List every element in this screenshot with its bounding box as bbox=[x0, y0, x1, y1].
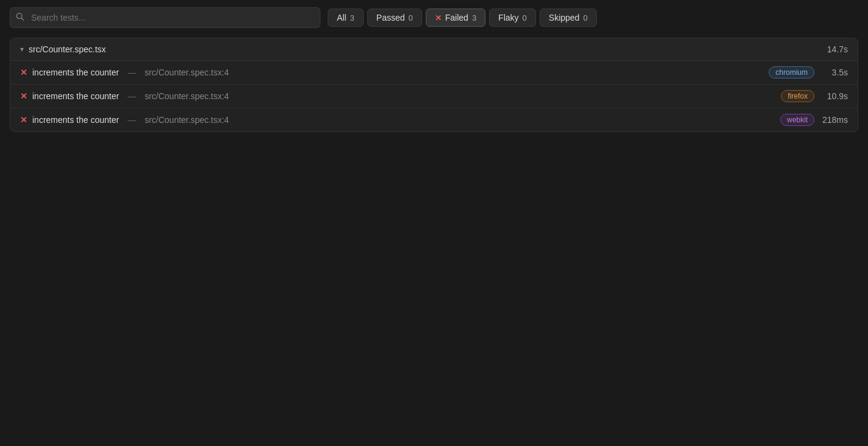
test-row-right: chromium 3.5s bbox=[769, 66, 848, 78]
test-row-left: ✕ increments the counter — src/Counter.s… bbox=[20, 91, 229, 101]
test-row-right: webkit 218ms bbox=[780, 114, 848, 126]
test-time: 3.5s bbox=[820, 68, 848, 77]
file-header[interactable]: ▾ src/Counter.spec.tsx 14.7s bbox=[10, 38, 858, 61]
search-icon bbox=[16, 13, 24, 23]
test-row-left: ✕ increments the counter — src/Counter.s… bbox=[20, 68, 229, 77]
filter-tab-failed[interactable]: ✕ Failed 3 bbox=[426, 9, 485, 27]
filter-tab-failed-x-icon: ✕ bbox=[435, 13, 442, 23]
table-row[interactable]: ✕ increments the counter — src/Counter.s… bbox=[10, 108, 858, 131]
test-time: 10.9s bbox=[820, 91, 848, 101]
main-container: All 3 Passed 0 ✕ Failed 3 Flaky 0 Skippe… bbox=[0, 0, 868, 139]
fail-icon: ✕ bbox=[20, 91, 27, 101]
test-row-left: ✕ increments the counter — src/Counter.s… bbox=[20, 115, 229, 125]
filter-tab-skipped[interactable]: Skipped 0 bbox=[540, 9, 597, 27]
filter-tab-flaky-label: Flaky bbox=[498, 13, 518, 23]
filter-tab-failed-label: Failed bbox=[445, 13, 468, 23]
filter-tab-passed-label: Passed bbox=[376, 13, 405, 23]
table-row[interactable]: ✕ increments the counter — src/Counter.s… bbox=[10, 61, 858, 85]
browser-badge-firefox: firefox bbox=[781, 90, 814, 102]
svg-line-1 bbox=[21, 18, 24, 21]
table-row[interactable]: ✕ increments the counter — src/Counter.s… bbox=[10, 85, 858, 108]
filter-tab-failed-count: 3 bbox=[472, 13, 476, 23]
test-name: increments the counter bbox=[32, 91, 119, 101]
test-time: 218ms bbox=[820, 115, 848, 125]
filter-tab-flaky-count: 0 bbox=[523, 13, 527, 23]
test-name: increments the counter bbox=[32, 115, 119, 125]
search-input[interactable] bbox=[10, 7, 320, 28]
file-name: src/Counter.spec.tsx bbox=[29, 44, 106, 54]
test-name: increments the counter bbox=[32, 68, 119, 77]
test-separator: — bbox=[127, 91, 136, 101]
test-separator: — bbox=[127, 68, 136, 77]
filter-tab-all[interactable]: All 3 bbox=[328, 9, 364, 27]
test-file: src/Counter.spec.tsx:4 bbox=[144, 68, 229, 77]
filter-tab-all-label: All bbox=[337, 13, 347, 23]
fail-icon: ✕ bbox=[20, 115, 27, 125]
fail-icon: ✕ bbox=[20, 68, 27, 77]
filter-tab-passed[interactable]: Passed 0 bbox=[367, 9, 422, 27]
test-file: src/Counter.spec.tsx:4 bbox=[144, 91, 229, 101]
file-section: ▾ src/Counter.spec.tsx 14.7s ✕ increment… bbox=[10, 38, 858, 132]
filter-tab-skipped-label: Skipped bbox=[549, 13, 580, 23]
test-separator: — bbox=[127, 115, 136, 125]
browser-badge-chromium: chromium bbox=[769, 66, 814, 78]
chevron-down-icon: ▾ bbox=[20, 45, 24, 54]
browser-badge-webkit: webkit bbox=[780, 114, 814, 126]
file-header-left: ▾ src/Counter.spec.tsx bbox=[20, 44, 106, 54]
test-row-right: firefox 10.9s bbox=[781, 90, 848, 102]
filter-tab-passed-count: 0 bbox=[409, 13, 413, 23]
filter-tab-flaky[interactable]: Flaky 0 bbox=[489, 9, 536, 27]
filter-tabs: All 3 Passed 0 ✕ Failed 3 Flaky 0 Skippe… bbox=[328, 9, 597, 27]
filter-tab-all-count: 3 bbox=[350, 13, 355, 23]
test-file: src/Counter.spec.tsx:4 bbox=[144, 115, 229, 125]
filter-tab-skipped-count: 0 bbox=[583, 13, 587, 23]
file-duration: 14.7s bbox=[827, 44, 848, 54]
top-bar: All 3 Passed 0 ✕ Failed 3 Flaky 0 Skippe… bbox=[10, 7, 858, 28]
search-container bbox=[10, 7, 320, 28]
